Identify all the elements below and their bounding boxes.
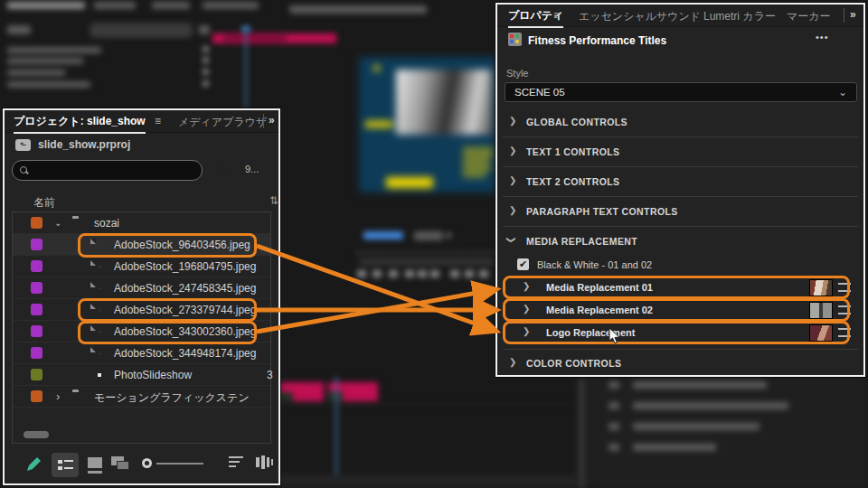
name-column-header[interactable]: 名前 (33, 195, 55, 211)
zoom-slider-handle[interactable] (142, 458, 152, 468)
section-paragraph-text-controls[interactable]: PARAGRAPH TEXT CONTROLS (526, 206, 678, 217)
project-panel-toolbar (5, 447, 278, 483)
label-chip[interactable] (31, 282, 42, 294)
label-chip[interactable] (31, 369, 42, 380)
sort-options-icon[interactable] (229, 456, 243, 469)
slot-label[interactable]: Media Replacement 01 (546, 282, 653, 293)
panel-menu-icon[interactable]: ≡ (553, 9, 564, 22)
file-row[interactable]: AdobeStock_343002360.jpeg (13, 321, 270, 343)
arrow-343002360-to-mr01 (257, 290, 493, 332)
file-label[interactable]: AdobeStock_344948174.jpeg (114, 347, 256, 360)
bin-label[interactable]: sozai (94, 217, 119, 230)
file-row[interactable]: AdobeStock_196804795.jpeg (13, 256, 270, 277)
tab-divider (844, 8, 844, 23)
file-label[interactable]: AdobeStock_196804795.jpeg (114, 260, 256, 273)
bw-checkbox[interactable]: ✔ (517, 258, 529, 270)
slot-label[interactable]: Media Replacement 02 (546, 305, 653, 315)
edit-pencil-icon[interactable] (24, 455, 42, 474)
style-dropdown[interactable]: SCENE 05 ⌄ (505, 82, 857, 102)
file-label[interactable]: AdobeStock_96403456.jpeg (114, 239, 250, 251)
section-text1-controls[interactable]: TEXT 1 CONTROLS (526, 146, 619, 157)
project-item-list: ⌄ sozai AdobeStock_96403456.jpeg AdobeSt… (12, 211, 271, 444)
zoom-slider-track[interactable] (156, 463, 203, 465)
blurred-bottom-timeline (278, 375, 586, 488)
label-chip[interactable] (31, 325, 42, 337)
section-global-controls[interactable]: GLOBAL CONTROLS (526, 117, 627, 127)
file-row[interactable]: AdobeStock_96403456.jpeg (13, 234, 270, 256)
media-replacement-01-row[interactable]: ❯ Media Replacement 01 (503, 277, 857, 299)
style-dropdown-value: SCENE 05 (514, 87, 565, 98)
divider (503, 196, 858, 197)
sort-icon[interactable]: ⇅ (269, 194, 278, 207)
navigate-up-icon[interactable]: ⬑ (15, 139, 31, 151)
screenshot-root: プロジェクト: slide_show ≡ メディアブラウザ » ⬑ slide_… (0, 0, 868, 488)
label-chip[interactable] (31, 217, 42, 229)
sequence-label[interactable]: PhotoSlideshow (114, 369, 192, 381)
project-panel-tabbar: プロジェクト: slide_show ≡ メディアブラウザ » (5, 110, 278, 133)
chevron-down-icon[interactable]: ❯ (506, 236, 516, 243)
section-text2-controls[interactable]: TEXT 2 CONTROLS (526, 176, 619, 187)
style-label: Style (506, 68, 528, 79)
search-input[interactable] (12, 160, 203, 181)
label-chip[interactable] (31, 304, 42, 315)
horizontal-scrollbar[interactable] (24, 431, 49, 438)
blurred-program-tab (289, 5, 427, 14)
tab-divider (263, 114, 264, 128)
playhead-line (245, 27, 247, 108)
chevron-right-icon[interactable]: ❯ (509, 116, 516, 126)
new-item-icon[interactable] (256, 455, 274, 469)
panel-menu-icon[interactable]: ≡ (155, 115, 165, 127)
bin-label[interactable]: モーショングラフィックステン (94, 390, 250, 406)
chevron-right-icon[interactable]: ❯ (509, 175, 516, 185)
project-panel: プロジェクト: slide_show ≡ メディアブラウザ » ⬑ slide_… (3, 108, 280, 485)
tab-project[interactable]: プロジェクト: slide_show (14, 114, 146, 134)
tab-markers[interactable]: マーカー (787, 9, 831, 24)
tab-overflow-icon[interactable]: » (269, 114, 275, 127)
list-view-button[interactable] (52, 453, 79, 477)
project-file-name[interactable]: slide_show.prproj (38, 138, 130, 151)
chevron-right-icon[interactable]: ❯ (523, 304, 530, 314)
chevron-right-icon[interactable]: ❯ (509, 357, 516, 367)
tab-lumetri-color[interactable]: Lumetri カラー (703, 9, 776, 24)
slot-label[interactable]: Logo Replacement (546, 327, 635, 338)
slot-thumbnail[interactable] (809, 279, 833, 296)
label-chip[interactable] (31, 390, 42, 402)
file-label[interactable]: AdobeStock_247458345.jpeg (114, 282, 256, 295)
label-chip[interactable] (31, 239, 42, 250)
item-count: 9... (245, 164, 259, 174)
section-media-replacement[interactable]: MEDIA REPLACEMENT (526, 236, 637, 247)
file-row[interactable]: AdobeStock_344948174.jpeg (13, 343, 270, 364)
chevron-right-icon[interactable]: › (56, 389, 60, 403)
properties-panel-tabbar: プロパティ ≡ エッセンシャルサウンド Lumetri カラー マーカー » (497, 5, 863, 27)
chevron-right-icon[interactable]: ❯ (523, 281, 530, 291)
file-label[interactable]: AdobeStock_273379744.jpeg (114, 304, 256, 316)
bin-row-mogrt[interactable]: › モーショングラフィックステン (13, 386, 270, 408)
sequence-row[interactable]: PhotoSlideshow 3 (13, 364, 270, 386)
more-menu-button[interactable]: ••• (816, 32, 829, 42)
label-chip[interactable] (31, 347, 42, 359)
icon-view-button[interactable] (88, 457, 102, 468)
chevron-right-icon[interactable]: ❯ (509, 145, 516, 155)
chevron-down-icon[interactable]: ⌄ (54, 218, 61, 228)
bw-checkbox-label[interactable]: Black & White - 01 and 02 (537, 259, 652, 270)
file-label[interactable]: AdobeStock_343002360.jpeg (114, 325, 256, 338)
chevron-right-icon[interactable]: ❯ (523, 326, 530, 336)
section-color-controls[interactable]: COLOR CONTROLS (526, 358, 621, 369)
slot-thumbnail[interactable] (809, 302, 833, 319)
search-icon (20, 166, 28, 174)
tab-essential-sound[interactable]: エッセンシャルサウンド (579, 9, 701, 24)
tab-media-browser[interactable]: メディアブラウザ (178, 115, 267, 130)
label-chip[interactable] (31, 260, 42, 272)
divider (503, 226, 858, 227)
playhead-line-lower (335, 376, 337, 475)
sequence-extra-value: 3 (267, 369, 273, 381)
file-row[interactable]: AdobeStock_273379744.jpeg (13, 299, 270, 321)
slot-thumbnail[interactable] (809, 324, 833, 342)
media-replacement-02-row[interactable]: ❯ Media Replacement 02 (503, 299, 857, 322)
bin-row-sozai[interactable]: ⌄ sozai (13, 212, 270, 234)
tab-overflow-icon[interactable]: » (850, 8, 856, 21)
file-row[interactable]: AdobeStock_247458345.jpeg (13, 277, 270, 299)
mouse-cursor (609, 327, 621, 345)
logo-replacement-row[interactable]: ❯ Logo Replacement (503, 322, 857, 344)
chevron-right-icon[interactable]: ❯ (509, 205, 516, 215)
